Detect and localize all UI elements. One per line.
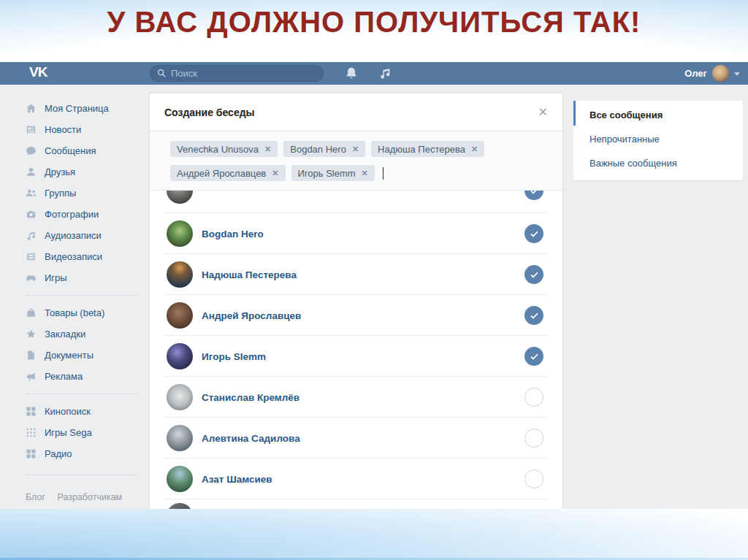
friend-name: Алевтина Садилова	[202, 433, 300, 444]
avatar	[167, 261, 193, 288]
bag-icon	[26, 307, 37, 318]
messages-filter-panel: Все сообщения Непрочитанные Важные сообщ…	[573, 101, 743, 180]
sidebar-item-market[interactable]: Товары (beta)	[0, 302, 150, 323]
sidebar-item-kinopoisk[interactable]: Кинопоиск	[0, 401, 150, 422]
chip-label: Bogdan Hero	[290, 144, 346, 155]
chip-label: Андрей Ярославцев	[177, 168, 266, 179]
friend-row[interactable]: Азат Шамсиев	[150, 459, 562, 499]
sidebar-item-label: Документы	[45, 350, 94, 361]
vk-logo[interactable]: VK	[29, 64, 47, 80]
member-checkbox[interactable]	[524, 306, 543, 325]
gamepad-icon	[26, 272, 37, 283]
sidebar-item-games-sega[interactable]: Игры Sega	[0, 422, 150, 443]
sidebar-item-audio[interactable]: Аудиозаписи	[0, 225, 150, 246]
member-chip[interactable]: Bogdan Hero ✕	[283, 141, 365, 157]
friend-row[interactable]: Алевтина Садилова	[150, 418, 562, 459]
member-checkbox[interactable]	[524, 388, 543, 407]
chip-remove-icon[interactable]: ✕	[272, 169, 278, 178]
selected-members-input[interactable]: Venechka Unusova ✕ Bogdan Hero ✕ Надюша …	[150, 131, 562, 191]
music-button[interactable]	[378, 66, 392, 80]
member-checkbox[interactable]	[524, 224, 543, 243]
sidebar-item-my-page[interactable]: Моя Страница	[0, 98, 150, 119]
presentation-slide: У ВАС ДОЛЖНО ПОЛУЧИТЬСЯ ТАК! VK Поиск Ол…	[0, 0, 748, 560]
chip-remove-icon[interactable]: ✕	[264, 145, 271, 154]
friend-row[interactable]: Андрей Ярославцев	[150, 295, 562, 336]
friends-icon	[26, 166, 37, 177]
notifications-button[interactable]	[345, 66, 359, 80]
search-placeholder: Поиск	[171, 68, 197, 79]
sidebar-item-friends[interactable]: Друзья	[0, 161, 150, 183]
sidebar-divider	[26, 475, 137, 475]
check-icon	[530, 311, 539, 321]
friend-row[interactable]	[150, 191, 562, 213]
left-sidebar: Моя Страница Новости Сообщения Друзья Гр…	[0, 85, 150, 509]
avatar	[167, 466, 193, 492]
dialog-header: Создание беседы ✕	[150, 93, 562, 131]
sidebar-item-label: Реклама	[45, 371, 83, 382]
avatar	[167, 220, 193, 247]
sidebar-item-label: Закладки	[45, 329, 85, 340]
close-icon[interactable]: ✕	[538, 107, 548, 118]
member-chip[interactable]: Андрей Ярославцев ✕	[170, 165, 286, 181]
chip-remove-icon[interactable]: ✕	[362, 169, 368, 178]
audio-note-icon	[26, 230, 37, 241]
footer-link-developers[interactable]: Разработчикам	[58, 492, 123, 502]
filter-all-messages[interactable]: Все сообщения	[573, 103, 743, 127]
check-icon	[530, 270, 539, 280]
megaphone-icon	[26, 371, 37, 382]
sidebar-footer: Блог Разработчикам Реклама Ещё	[0, 493, 150, 509]
friend-name: Андрей Ярославцев	[202, 310, 301, 321]
vk-top-bar: VK Поиск Олег	[0, 62, 748, 85]
check-icon	[530, 191, 539, 196]
sidebar-item-label: Друзья	[45, 166, 75, 177]
friend-name: Надюша Пестерева	[202, 269, 297, 280]
friend-row[interactable]: Надюша Пестерева	[150, 254, 562, 295]
user-menu[interactable]: Олег	[684, 64, 740, 83]
member-checkbox[interactable]	[524, 191, 543, 200]
sidebar-item-news[interactable]: Новости	[0, 119, 150, 140]
filter-label: Непрочитанные	[589, 134, 660, 145]
messages-icon	[26, 145, 37, 156]
member-checkbox[interactable]	[524, 265, 543, 284]
sidebar-item-label: Сообщения	[45, 145, 96, 156]
app-dots-icon	[26, 427, 37, 438]
sidebar-item-video[interactable]: Видеозаписи	[0, 246, 150, 267]
sidebar-item-groups[interactable]: Группы	[0, 183, 150, 204]
home-icon	[26, 103, 37, 114]
friend-row[interactable]	[150, 499, 562, 509]
member-checkbox[interactable]	[524, 347, 543, 366]
sidebar-item-photos[interactable]: Фотографии	[0, 204, 150, 225]
friend-row[interactable]: Bogdan Hero	[150, 213, 562, 254]
friend-row[interactable]: Игорь Slemm	[150, 336, 562, 377]
member-checkbox[interactable]	[524, 429, 543, 448]
sidebar-divider	[26, 295, 137, 296]
member-checkbox[interactable]	[524, 469, 543, 488]
friend-list: Bogdan Hero Надюша Пестерева Андрей Ярос…	[150, 191, 562, 509]
friend-name: Станислав Кремлёв	[202, 392, 299, 403]
sidebar-item-label: Игры	[45, 272, 67, 283]
sidebar-item-documents[interactable]: Документы	[0, 345, 150, 366]
music-note-icon	[378, 66, 392, 80]
friend-row[interactable]: Станислав Кремлёв	[150, 377, 562, 418]
footer-link-blog[interactable]: Блог	[26, 492, 45, 502]
friend-name: Игорь Slemm	[202, 351, 266, 362]
sidebar-item-bookmarks[interactable]: Закладки	[0, 323, 150, 345]
caret-down-icon	[734, 72, 740, 79]
filter-unread[interactable]: Непрочитанные	[573, 127, 743, 151]
sidebar-item-label: Моя Страница	[45, 103, 109, 114]
sidebar-item-radio[interactable]: Радио	[0, 443, 150, 464]
member-chip[interactable]: Игорь Slemm ✕	[291, 165, 375, 181]
sidebar-item-messages[interactable]: Сообщения	[0, 140, 150, 161]
chip-remove-icon[interactable]: ✕	[352, 145, 359, 154]
sidebar-item-games[interactable]: Игры	[0, 267, 150, 288]
avatar	[167, 503, 193, 509]
member-chip[interactable]: Venechka Unusova ✕	[170, 141, 278, 157]
search-input[interactable]: Поиск	[150, 65, 324, 82]
member-chip[interactable]: Надюша Пестерева ✕	[371, 141, 484, 157]
create-conversation-dialog: Создание беседы ✕ Venechka Unusova ✕ Bog…	[150, 93, 562, 509]
avatar	[167, 191, 193, 204]
chip-remove-icon[interactable]: ✕	[471, 145, 478, 154]
filter-important[interactable]: Важные сообщения	[573, 151, 743, 175]
news-icon	[26, 124, 37, 135]
sidebar-item-ads[interactable]: Реклама	[0, 366, 150, 387]
